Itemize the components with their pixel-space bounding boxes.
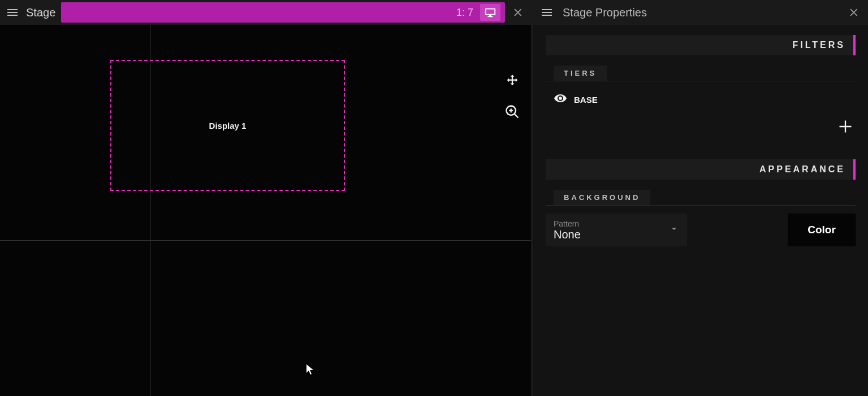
dropdown-caret: [669, 224, 679, 236]
hamburger-menu-button[interactable]: [5, 5, 20, 20]
stage-panel: Stage 1: 7 Display 1: [0, 0, 533, 396]
stage-header: Stage 1: 7: [0, 0, 531, 25]
pan-tool-button[interactable]: [504, 73, 521, 90]
divider: [546, 81, 856, 81]
zoom-in-icon: [504, 104, 520, 120]
properties-panel: Stage Properties FILTERS TIERS BASE APPE…: [533, 0, 868, 396]
close-icon: [849, 7, 860, 18]
tiers-tab[interactable]: TIERS: [554, 66, 607, 81]
cursor-icon: [306, 364, 314, 375]
filters-section-header[interactable]: FILTERS: [546, 35, 856, 55]
background-controls: Pattern None Color: [546, 214, 856, 246]
mouse-cursor: [306, 364, 314, 375]
display-region[interactable]: Display 1: [110, 60, 345, 191]
appearance-section-header[interactable]: APPEARANCE: [546, 159, 856, 180]
monitor-icon: [484, 6, 496, 19]
close-stage-button[interactable]: [511, 5, 526, 20]
pattern-field-label: Pattern: [554, 219, 581, 228]
properties-header: Stage Properties: [533, 0, 868, 25]
zoom-tool-button[interactable]: [504, 103, 521, 120]
visibility-toggle[interactable]: [554, 92, 567, 107]
hamburger-icon: [6, 6, 19, 19]
divider: [546, 205, 856, 206]
hamburger-icon: [540, 6, 554, 19]
tier-label: BASE: [574, 95, 598, 105]
stage-info-bar[interactable]: 1: 7: [61, 2, 505, 23]
stage-canvas[interactable]: Display 1: [0, 25, 531, 396]
background-tab[interactable]: BACKGROUND: [554, 190, 650, 205]
plus-icon: [837, 119, 853, 134]
canvas-tools: [504, 73, 521, 120]
display-output-button[interactable]: [480, 4, 500, 21]
stage-title: Stage: [26, 6, 55, 19]
close-properties-button[interactable]: [847, 5, 862, 20]
close-icon: [513, 7, 524, 18]
eye-icon: [554, 92, 567, 105]
color-button[interactable]: Color: [788, 214, 856, 246]
add-tier-row: [546, 115, 856, 159]
tier-item-base[interactable]: BASE: [546, 89, 856, 110]
horizontal-guide: [0, 240, 531, 241]
move-icon: [504, 73, 520, 89]
properties-menu-button[interactable]: [539, 5, 555, 20]
properties-body: FILTERS TIERS BASE APPEARANCE BACKGROUND…: [533, 25, 868, 396]
properties-title: Stage Properties: [563, 6, 839, 19]
display-label: Display 1: [209, 121, 247, 130]
pattern-dropdown[interactable]: Pattern None: [546, 214, 687, 246]
zoom-ratio-label: 1: 7: [456, 7, 473, 19]
add-tier-button[interactable]: [837, 119, 853, 137]
pattern-field-value: None: [554, 228, 581, 241]
chevron-down-icon: [669, 224, 679, 234]
